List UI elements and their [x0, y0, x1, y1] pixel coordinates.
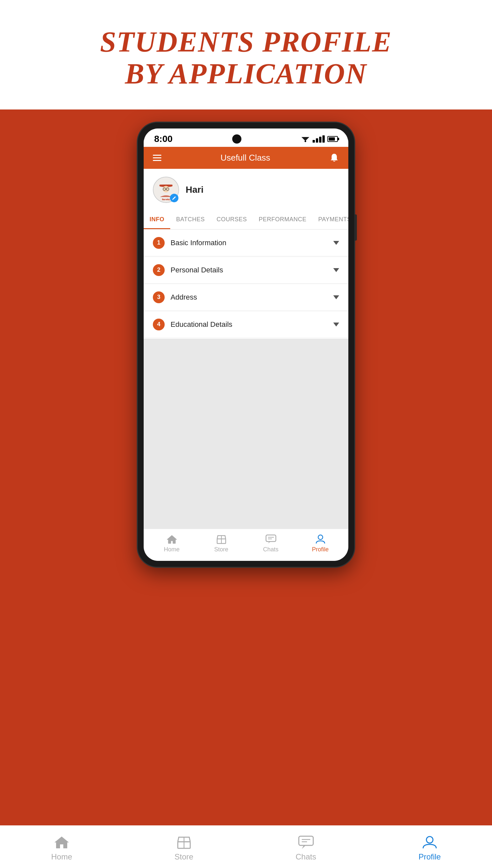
- title-section: STUDENTS PROFILE BY APPLICATION: [0, 0, 492, 109]
- chevron-down-icon-4: [333, 322, 339, 326]
- signal-icon: [313, 135, 325, 142]
- outer-nav-store[interactable]: Store: [174, 835, 193, 862]
- app-title: Usefull Class: [220, 153, 270, 163]
- outer-store-icon: [176, 835, 192, 850]
- chats-icon: [265, 534, 276, 544]
- home-icon: [166, 534, 177, 544]
- tab-batches[interactable]: BATCHES: [170, 211, 211, 229]
- outer-home-icon: [53, 835, 70, 850]
- outer-bottom-bar: Home Store Chats Profile: [0, 825, 492, 868]
- tab-payments[interactable]: PAYMENTS: [312, 211, 348, 229]
- accordion-label-2: Personal Details: [171, 266, 223, 274]
- wifi-icon: [301, 136, 310, 142]
- tabs-row: INFO BATCHES COURSES PERFORMANCE PAYMENT…: [144, 211, 348, 230]
- svg-text:शिक्षा सर्वत्र: शिक्षा सर्वत्र: [162, 198, 170, 201]
- edit-avatar-button[interactable]: [170, 194, 178, 202]
- outer-nav-profile-label: Profile: [419, 852, 441, 862]
- outer-nav-chats-label: Chats: [296, 852, 316, 862]
- phone-mockup: 8:00: [138, 123, 354, 567]
- app-header: Usefull Class: [144, 147, 348, 169]
- page-background: STUDENTS PROFILE BY APPLICATION 8:00: [0, 0, 492, 868]
- chevron-down-icon-1: [333, 241, 339, 245]
- svg-point-22: [426, 837, 433, 843]
- nav-label-chats: Chats: [263, 546, 278, 553]
- phone-screen: 8:00: [144, 129, 348, 561]
- outer-nav-home[interactable]: Home: [51, 835, 72, 862]
- outer-profile-icon: [421, 835, 438, 850]
- accordion-item-1[interactable]: 1 Basic Information: [144, 230, 348, 256]
- status-bar: 8:00: [144, 129, 348, 147]
- battery-fill: [329, 137, 335, 141]
- accordion-item-3[interactable]: 3 Address: [144, 284, 348, 311]
- phone-container: 8:00: [0, 109, 492, 868]
- camera-dot: [232, 134, 241, 143]
- nav-item-store[interactable]: Store: [205, 534, 238, 553]
- status-icons: [301, 135, 338, 142]
- bottom-nav: Home Store: [144, 529, 348, 561]
- pencil-icon: [172, 196, 176, 200]
- page-title: STUDENTS PROFILE BY APPLICATION: [100, 26, 392, 90]
- nav-item-profile[interactable]: Profile: [304, 534, 337, 553]
- svg-rect-19: [299, 836, 313, 845]
- nav-label-home: Home: [164, 546, 179, 553]
- chevron-down-icon-3: [333, 295, 339, 299]
- tab-performance[interactable]: PERFORMANCE: [253, 211, 313, 229]
- nav-label-profile: Profile: [312, 546, 329, 553]
- outer-nav-home-label: Home: [51, 852, 72, 862]
- accordion-label-4: Educational Details: [171, 320, 232, 329]
- svg-rect-12: [266, 535, 276, 542]
- accordion-number-4: 4: [153, 319, 165, 331]
- accordion-item-2[interactable]: 2 Personal Details: [144, 257, 348, 284]
- accordion-label-3: Address: [171, 293, 197, 301]
- bell-icon[interactable]: [329, 153, 339, 163]
- outer-nav-chats[interactable]: Chats: [296, 835, 316, 862]
- nav-item-home[interactable]: Home: [155, 534, 188, 553]
- accordion-number-2: 2: [153, 264, 165, 276]
- status-time: 8:00: [154, 134, 173, 144]
- svg-point-15: [318, 535, 323, 540]
- avatar-wrapper: शिक्षा सर्वत्र: [153, 177, 179, 203]
- profile-icon: [315, 534, 326, 544]
- outer-nav-profile[interactable]: Profile: [419, 835, 441, 862]
- accordion-label-1: Basic Information: [171, 239, 226, 247]
- svg-point-0: [304, 140, 306, 142]
- outer-nav-store-label: Store: [174, 852, 193, 862]
- content-area: [144, 339, 348, 529]
- accordion-item-4[interactable]: 4 Educational Details: [144, 311, 348, 338]
- profile-section: शिक्षा सर्वत्र Hari: [144, 169, 348, 211]
- tab-info[interactable]: INFO: [144, 211, 170, 229]
- outer-chats-icon: [298, 835, 314, 850]
- battery-icon: [327, 136, 338, 142]
- accordion-number-1: 1: [153, 237, 165, 249]
- hamburger-menu-button[interactable]: [153, 155, 162, 161]
- accordion-number-3: 3: [153, 291, 165, 303]
- nav-label-store: Store: [214, 546, 228, 553]
- chevron-down-icon-2: [333, 268, 339, 272]
- user-name: Hari: [186, 185, 203, 195]
- accordion-list: 1 Basic Information 2 Personal Details: [144, 230, 348, 338]
- nav-item-chats[interactable]: Chats: [254, 534, 287, 553]
- store-icon: [216, 534, 227, 544]
- tab-courses[interactable]: COURSES: [211, 211, 253, 229]
